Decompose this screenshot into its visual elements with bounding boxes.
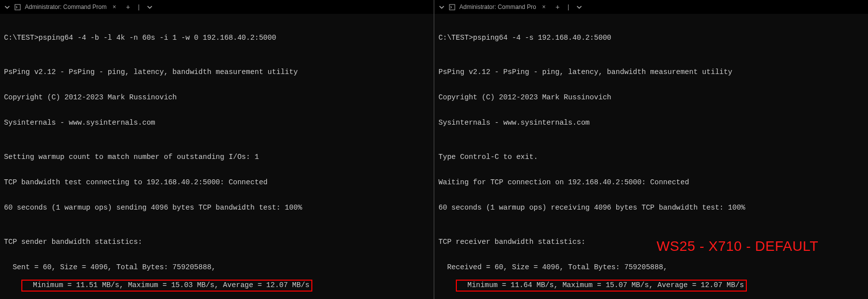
output-line: 60 seconds (1 warmup ops) receiving 4096…: [438, 204, 864, 212]
output-line: Sent = 60, Size = 4096, Total Bytes: 759…: [4, 263, 430, 272]
titlebar-left: Administrator: Command Prom × + |: [0, 0, 434, 14]
cmd-icon: [449, 4, 455, 10]
cmd-line: C:\TEST>psping64 -4 -s 192.168.40.2:5000: [438, 34, 864, 42]
tab-title[interactable]: Administrator: Command Pro: [459, 3, 536, 10]
terminal-output-left[interactable]: C:\TEST>psping64 -4 -b -l 4k -n 60s -i 1…: [0, 14, 434, 299]
new-tab-button[interactable]: +: [126, 3, 130, 11]
output-line: Copyright (C) 2012-2023 Mark Russinovich: [4, 93, 430, 102]
terminal-output-right[interactable]: C:\TEST>psping64 -4 -s 192.168.40.2:5000…: [434, 14, 868, 299]
chevron-down-icon[interactable]: [438, 4, 445, 10]
titlebar-right: Administrator: Command Pro × + |: [434, 0, 868, 14]
highlighted-stats-bandwidth: Minimum = 11.64 MB/s, Maximum = 15.07 MB…: [456, 280, 747, 291]
output-line: Setting warmup count to match number of …: [4, 153, 430, 161]
output-line: PsPing v2.12 - PsPing - ping, latency, b…: [438, 68, 864, 76]
output-line: Copyright (C) 2012-2023 Mark Russinovich: [438, 93, 864, 102]
output-line: Received = 60, Size = 4096, Total Bytes:…: [438, 263, 864, 272]
cmd-icon: [14, 4, 21, 10]
terminal-pane-left: Administrator: Command Prom × + | C:\TES…: [0, 0, 434, 299]
output-line: TCP bandwidth test connecting to 192.168…: [4, 178, 430, 187]
svg-rect-0: [15, 4, 20, 10]
highlighted-stats-bandwidth: Minimum = 11.51 MB/s, Maximum = 15.03 MB…: [21, 280, 312, 291]
chevron-down-icon[interactable]: [4, 4, 10, 10]
output-line: Sysinternals - www.sysinternals.com: [4, 119, 430, 127]
tab-divider: |: [138, 3, 140, 10]
tab-close-icon[interactable]: ×: [542, 3, 546, 10]
tab-title[interactable]: Administrator: Command Prom: [25, 3, 107, 10]
output-line: 60 seconds (1 warmup ops) sending 4096 b…: [4, 204, 430, 212]
tab-close-icon[interactable]: ×: [113, 3, 116, 10]
output-line: Waiting for TCP connection on 192.168.40…: [438, 178, 864, 187]
new-tab-button[interactable]: +: [556, 3, 560, 11]
output-line: Type Control-C to exit.: [438, 153, 864, 161]
tab-divider: |: [568, 3, 569, 10]
cmd-line: C:\TEST>psping64 -4 -b -l 4k -n 60s -i 1…: [4, 34, 430, 42]
output-line: Sysinternals - www.sysinternals.com: [438, 119, 864, 127]
output-line: TCP sender bandwidth statistics:: [4, 238, 430, 246]
annotation-label: WS25 - X710 - DEFAULT: [656, 238, 818, 254]
terminal-pane-right: Administrator: Command Pro × + | C:\TEST…: [434, 0, 868, 299]
dropdown-icon[interactable]: [146, 4, 153, 10]
svg-rect-1: [449, 4, 455, 10]
output-line: PsPing v2.12 - PsPing - ping, latency, b…: [4, 68, 430, 76]
dropdown-icon[interactable]: [576, 4, 582, 10]
